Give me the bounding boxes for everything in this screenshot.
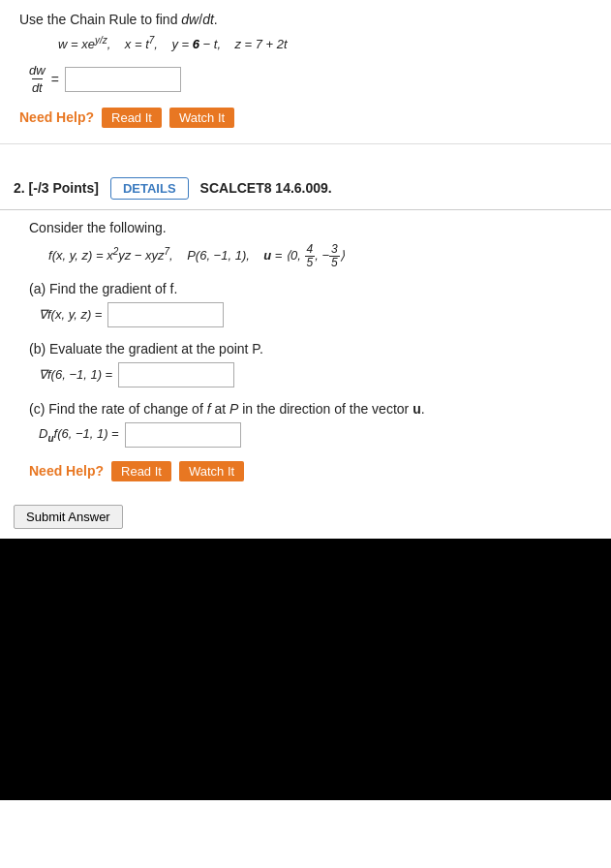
problem-1-help-row: Need Help? Read It Watch It [19,108,592,128]
gradient-b-input[interactable] [118,362,234,388]
submit-section: Submit Answer [0,495,611,539]
black-section [0,539,611,800]
consider-text: Consider the following. [29,220,592,235]
problem-2-header: 2. [-/3 Points] DETAILS SCALCET8 14.6.00… [0,164,611,210]
dw-bot: dt [32,78,43,96]
dw-top: dw [29,63,46,78]
equals-sign-1: = [51,72,59,87]
problem-1-instruction: Use the Chain Rule to find dw/dt. [19,12,592,27]
spacer-1 [0,144,611,164]
problem-2-number: 2. [-/3 Points] [14,180,99,196]
submit-button[interactable]: Submit Answer [14,505,123,529]
watch-it-button-1[interactable]: Watch It [169,108,234,128]
function-line: f(x, y, z) = x2yz − xyz7, P(6, −1, 1), u… [29,243,592,269]
need-help-label-1: Need Help? [19,109,94,125]
part-a-input-row: ∇f(x, y, z) = [29,302,592,327]
part-b: (b) Evaluate the gradient at the point P… [29,341,592,388]
gradient-a-label: ∇f(x, y, z) = [39,307,102,322]
part-b-label: (b) Evaluate the gradient at the point P… [29,341,592,356]
problem-id: SCALCET8 14.6.009. [200,180,332,196]
part-a-label: (a) Find the gradient of f. [29,281,592,296]
problem-1-formula: w = xey/z, x = t7, y = 6 − t, z = 7 + 2t [19,35,592,51]
dw-dt-row: dw dt = [19,63,592,95]
dw-dt-label: dw dt [29,63,46,95]
dw-dt-input[interactable] [65,67,181,92]
read-it-button-1[interactable]: Read It [102,108,162,128]
gradient-c-label: Duf(6, −1, 1) = [39,426,119,444]
part-c-label: (c) Find the rate of change of f at P in… [29,401,592,417]
gradient-b-label: ∇f(6, −1, 1) = [39,367,112,382]
watch-it-button-2[interactable]: Watch It [179,461,244,481]
problem-2-help-row: Need Help? Read It Watch It [29,461,592,481]
read-it-button-2[interactable]: Read It [111,461,171,481]
part-c: (c) Find the rate of change of f at P in… [29,401,592,448]
details-button[interactable]: DETAILS [110,177,189,200]
page-wrapper: Use the Chain Rule to find dw/dt. w = xe… [0,0,611,868]
part-c-input-row: Duf(6, −1, 1) = [29,422,592,448]
part-a: (a) Find the gradient of f. ∇f(x, y, z) … [29,281,592,327]
problem-1-section: Use the Chain Rule to find dw/dt. w = xe… [0,0,611,144]
gradient-c-input[interactable] [125,422,241,448]
gradient-a-input[interactable] [107,302,224,327]
part-b-input-row: ∇f(6, −1, 1) = [29,362,592,388]
problem-2-body: Consider the following. f(x, y, z) = x2y… [0,210,611,495]
need-help-label-2: Need Help? [29,463,104,479]
